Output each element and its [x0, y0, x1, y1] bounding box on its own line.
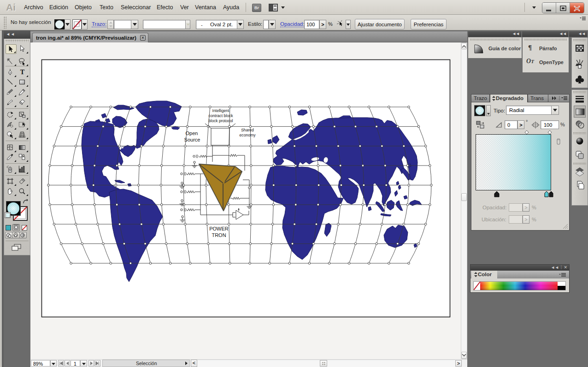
- svg-text:Source: Source: [184, 137, 200, 142]
- svg-text:contract block: contract block: [208, 113, 233, 118]
- svg-text:economy: economy: [240, 133, 256, 137]
- svg-text:T: T: [20, 68, 25, 76]
- svg-text:block protocol: block protocol: [208, 118, 233, 123]
- svg-text:POWER: POWER: [209, 226, 229, 231]
- svg-text:Intelligent: Intelligent: [212, 108, 229, 113]
- svg-text:Shared: Shared: [241, 128, 254, 132]
- svg-text:Open: Open: [186, 130, 198, 136]
- svg-text:TRON: TRON: [212, 232, 226, 238]
- svg-text:..: ..: [8, 132, 10, 136]
